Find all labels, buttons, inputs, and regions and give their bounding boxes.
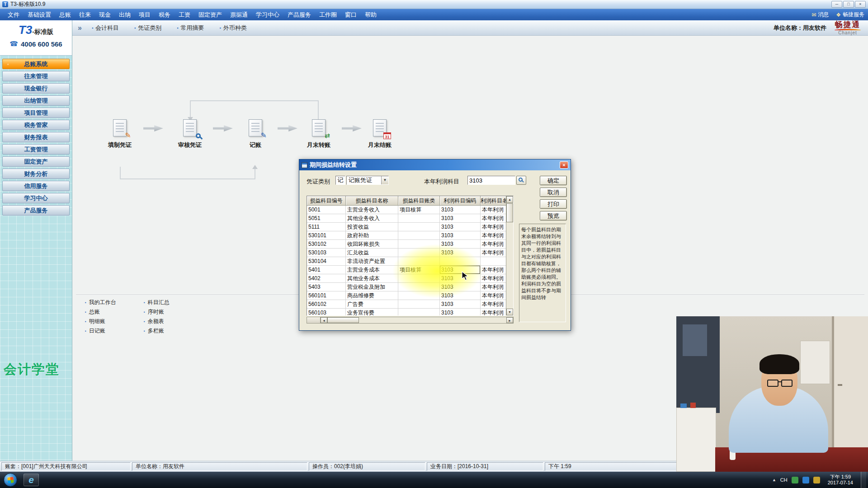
cell[interactable] [440, 257, 481, 266]
menu-learning-center[interactable]: 学习中心 [252, 9, 283, 20]
menu-general-ledger[interactable]: 总账 [55, 9, 75, 20]
workflow-step-audit-voucher[interactable]: 审核凭证 [170, 119, 210, 149]
cell[interactable]: 商品维修费 [346, 291, 398, 300]
dialog-close-button[interactable]: × [560, 161, 568, 169]
cell[interactable]: 本年利润 [481, 266, 507, 274]
voucher-type-select[interactable]: 记账凭证 ▼ [346, 176, 389, 185]
sidebar-item-fixed-assets[interactable]: 固定资产 [2, 156, 70, 167]
menu-work-circle[interactable]: 工作圈 [315, 9, 341, 20]
cell[interactable]: 530102 [307, 240, 346, 249]
cell[interactable] [398, 223, 440, 231]
cell[interactable]: 3103 [440, 274, 481, 283]
table-row[interactable]: 530103汇兑收益3103本年利润 [307, 249, 513, 257]
quicklink-balance-sheet[interactable]: ▪余额表 [144, 317, 185, 326]
menu-cashier[interactable]: 出纳 [115, 9, 135, 20]
start-button[interactable] [4, 473, 17, 487]
messages-link[interactable]: ✉ 消息 [811, 11, 829, 19]
workflow-step-bookkeeping[interactable]: ✎ 记账 [235, 119, 276, 149]
cell[interactable] [398, 231, 440, 240]
account-lookup-button[interactable] [516, 176, 526, 185]
sidebar-item-cashier[interactable]: 出纳管理 [2, 95, 70, 106]
sidebar-item-receivables[interactable]: 往来管理 [2, 71, 70, 81]
menu-tax[interactable]: 税务 [155, 9, 175, 20]
quicklink-chronological-ledger[interactable]: ▪序时账 [144, 307, 185, 317]
cell[interactable] [398, 291, 440, 300]
sidebar-item-analysis[interactable]: 财务分析 [2, 169, 70, 179]
minimize-button[interactable]: ─ [831, 1, 842, 8]
cell[interactable]: 投资收益 [346, 223, 398, 231]
cell[interactable] [398, 257, 440, 266]
vertical-scrollbar[interactable]: ▲ ▼ [506, 196, 513, 315]
sidebar-item-credit[interactable]: 信用服务 [2, 181, 70, 191]
quicklink-my-workbench[interactable]: ▪我的工作台 [85, 298, 137, 307]
tray-network-icon[interactable] [802, 477, 809, 483]
cell[interactable] [398, 283, 440, 291]
cell[interactable]: 3103 [440, 249, 481, 257]
table-row[interactable]: 5403营业税金及附加3103本年利润 [307, 283, 513, 291]
maximize-button[interactable]: □ [843, 1, 854, 8]
menu-help[interactable]: 帮助 [361, 9, 381, 20]
cell[interactable]: 3103 [440, 300, 481, 309]
tab-voucher-types[interactable]: ▪ 凭证类别 [134, 24, 161, 32]
menu-basic-settings[interactable]: 基础设置 [24, 9, 55, 20]
confirm-button[interactable]: 确定 [540, 176, 567, 185]
cell[interactable]: 3103 [440, 240, 481, 249]
taskbar-clock[interactable]: 下午 1:59 2017-07-14 [824, 474, 857, 486]
cell[interactable]: 530104 [307, 257, 346, 266]
table-row[interactable]: 530102收回坏账损失3103本年利润 [307, 240, 513, 249]
print-button[interactable]: 打印 [540, 199, 567, 209]
scrollbar-thumb[interactable] [327, 317, 359, 323]
cell[interactable]: 本年利润 [481, 214, 507, 223]
cell[interactable]: 3103 [440, 309, 481, 316]
quicklink-detail-ledger[interactable]: ▪明细账 [85, 317, 137, 326]
workflow-step-month-end-closing[interactable]: 31 月末结账 [359, 119, 400, 149]
col-header-profit-code[interactable]: 利润科目编码 [440, 196, 481, 206]
col-header-code[interactable]: 损益科目编号 [307, 196, 346, 206]
cell[interactable] [481, 257, 507, 266]
table-row[interactable]: 5402其他业务成本3103本年利润 [307, 274, 513, 283]
menu-piaojutong[interactable]: 票据通 [226, 9, 252, 20]
cell[interactable]: 本年利润 [481, 283, 507, 291]
cell[interactable]: 汇兑收益 [346, 249, 398, 257]
cell[interactable]: 本年利润 [481, 231, 507, 240]
sidebar-item-learning[interactable]: 学习中心 [2, 193, 70, 203]
sidebar-item-general-ledger[interactable]: 总账系统 [2, 59, 70, 69]
cell[interactable]: 本年利润 [481, 206, 507, 214]
menu-product-services[interactable]: 产品服务 [283, 9, 315, 20]
menu-file[interactable]: 文件 [4, 9, 24, 20]
table-row[interactable]: 530104非流动资产处置 [307, 257, 513, 266]
cell[interactable]: 560103 [307, 309, 346, 316]
cell[interactable]: 5401 [307, 266, 346, 274]
sidebar-item-project[interactable]: 项目管理 [2, 108, 70, 118]
cell[interactable]: 560101 [307, 291, 346, 300]
profit-account-input[interactable] [467, 176, 515, 185]
cell[interactable]: 5111 [307, 223, 346, 231]
tray-expand-icon[interactable]: ▲ [772, 478, 776, 482]
quicklink-general-ledger[interactable]: ▪总账 [85, 307, 137, 317]
cell[interactable]: 非流动资产处置 [346, 257, 398, 266]
cell[interactable] [398, 249, 440, 257]
menu-receivables[interactable]: 往来 [75, 9, 95, 20]
cell[interactable]: 政府补助 [346, 231, 398, 240]
table-row[interactable]: 5001主营业务收入项目核算3103本年利润 [307, 206, 513, 214]
table-row[interactable]: 530101政府补助3103本年利润 [307, 231, 513, 240]
quicklink-multi-column-ledger[interactable]: ▪多栏账 [144, 326, 185, 336]
chevron-down-icon[interactable]: ▼ [381, 176, 388, 184]
scrollbar-thumb[interactable] [506, 203, 513, 222]
cell[interactable]: 3103 [440, 231, 481, 240]
workflow-step-month-end-transfer[interactable]: ⇄ 月末转账 [298, 119, 339, 149]
cell[interactable]: 530103 [307, 249, 346, 257]
cell[interactable]: 3103 [440, 223, 481, 231]
cell[interactable]: 主营业务收入 [346, 206, 398, 214]
close-button[interactable]: × [855, 1, 866, 8]
cell[interactable]: 本年利润 [481, 223, 507, 231]
cell[interactable]: 本年利润 [481, 300, 507, 309]
tray-volume-icon[interactable] [813, 477, 820, 483]
menu-fixed-assets[interactable]: 固定资产 [194, 9, 226, 20]
col-header-name[interactable]: 损益科目名称 [346, 196, 398, 206]
show-desktop-button[interactable] [861, 472, 866, 488]
cell[interactable]: 其他业务收入 [346, 214, 398, 223]
menu-project[interactable]: 项目 [135, 9, 155, 20]
dialog-titlebar[interactable]: 期间损益结转设置 × [299, 160, 571, 170]
cell[interactable] [398, 309, 440, 316]
